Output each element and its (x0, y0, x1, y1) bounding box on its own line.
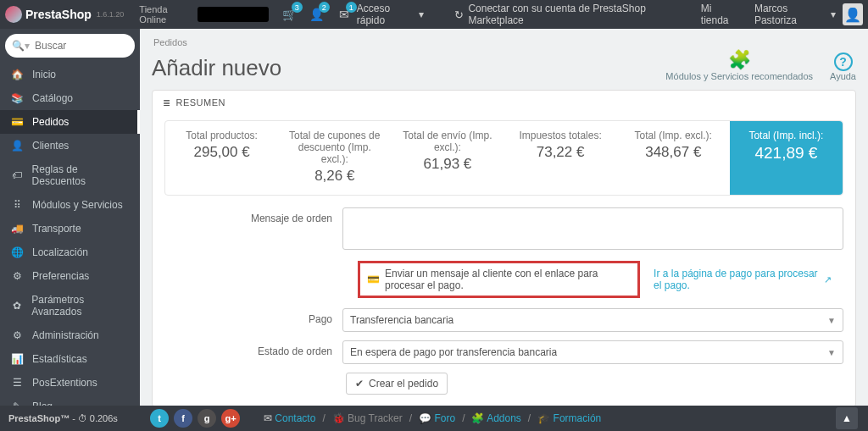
brand-version: 1.6.1.20 (97, 10, 125, 19)
sidebar-item-inicio[interactable]: 🏠Inicio (0, 63, 140, 86)
footer-brand: PrestaShop™ (8, 413, 70, 423)
avatar[interactable]: 👤 (843, 3, 863, 25)
mail-icon[interactable]: ✉1 (331, 0, 357, 29)
sidebar-item-reglas-de-descuentos[interactable]: 🏷Reglas de Descuentos (0, 157, 140, 193)
sidebar-item-cat-logo[interactable]: 📚Catálogo (0, 86, 140, 110)
menu-icon: 🏠 (10, 69, 24, 80)
content: Pedidos Añadir nuevo 🧩 Módulos y Servici… (140, 29, 868, 406)
cart-icon[interactable]: 🛒3 (277, 0, 303, 29)
menu-icon: 📚 (10, 92, 24, 104)
send-payment-link-button[interactable]: 💳 Enviar un mensaje al cliente con el en… (358, 261, 640, 298)
user-menu[interactable]: Marcos Pastoriza ▾ (754, 3, 836, 26)
shop-pill (198, 7, 268, 22)
addons-link[interactable]: 🧩 Addons (471, 412, 520, 424)
chevron-down-icon: ▼ (827, 316, 836, 325)
quick-access[interactable]: Acceso rápido ▾ (357, 3, 425, 26)
mail-badge: 1 (346, 2, 357, 13)
help-icon: ? (834, 52, 853, 71)
help-button[interactable]: ? Ayuda (830, 52, 856, 81)
training-link[interactable]: 🎓 Formación (537, 412, 601, 424)
menu-icon: ⚙ (10, 329, 24, 341)
panel-heading: ≣RESUMEN (153, 91, 855, 115)
sidebar-item-posextentions[interactable]: ☰PosExtentions (0, 371, 140, 395)
payment-select[interactable]: Transferencia bancaria▼ (342, 308, 843, 332)
list-icon: ≣ (163, 97, 171, 108)
users-badge: 2 (319, 2, 330, 13)
sidebar-item-label: Estadísticas (32, 353, 87, 365)
marketplace-link[interactable]: ↻Conectar con su cuenta de PrestaShop Ma… (454, 3, 685, 26)
order-status-select[interactable]: En espera de pago por transferencia banc… (342, 340, 843, 364)
facebook-icon[interactable]: f (174, 409, 192, 428)
sidebar-item-label: Reglas de Descuentos (32, 163, 131, 187)
contact-link[interactable]: ✉ Contacto (264, 412, 315, 424)
forum-link[interactable]: 💬 Foro (419, 412, 455, 424)
menu-icon: 📊 (10, 353, 24, 365)
gplus-icon[interactable]: g+ (221, 409, 240, 428)
chevron-down-icon: ▼ (827, 348, 836, 357)
sidebar-item-clientes[interactable]: 👤Clientes (0, 134, 140, 157)
sidebar-item-label: Localización (32, 246, 88, 258)
sidebar-item-label: Clientes (32, 140, 69, 152)
sidebar-item-preferencias[interactable]: ⚙Preferencias (0, 264, 140, 288)
chevron-down-icon: ▾ (831, 8, 836, 20)
brand-text: PrestaShop (25, 8, 92, 21)
summary-coupons: Total de cupones de descuento (Imp. excl… (278, 121, 391, 195)
summary-products: Total productos:295,00 € (165, 121, 278, 195)
sidebar: 🔍 ▾ 🏠Inicio📚Catálogo💳Pedidos👤Clientes🏷Re… (0, 29, 140, 406)
order-message-input[interactable] (342, 207, 843, 250)
bug-link[interactable]: 🐞 Bug Tracker (332, 412, 403, 424)
twitter-icon[interactable]: t (150, 409, 169, 428)
menu-icon: 💳 (10, 116, 24, 128)
sidebar-item-estad-sticas[interactable]: 📊Estadísticas (0, 347, 140, 371)
sidebar-item-label: Pedidos (32, 116, 69, 128)
menu-icon: 👤 (10, 140, 24, 152)
github-icon[interactable]: g (198, 409, 216, 428)
go-payment-page-link[interactable]: Ir a la página de pago para procesar el … (654, 268, 832, 291)
main-footer: t f g g+ ✉ Contacto / 🐞 Bug Tracker / 💬 … (140, 406, 868, 431)
sidebar-footer: PrestaShop™ - ⏱ 0.206s (0, 406, 140, 431)
search-icon: 🔍 (12, 40, 25, 52)
puzzle-icon: 🧩 (728, 49, 751, 71)
menu-icon: ⠿ (10, 199, 24, 211)
sidebar-item-label: Administración (32, 329, 99, 341)
nav-list: 🏠Inicio📚Catálogo💳Pedidos👤Clientes🏷Reglas… (0, 63, 140, 431)
users-icon[interactable]: 👤2 (304, 0, 330, 29)
sidebar-item-localizaci-n[interactable]: 🌐Localización (0, 240, 140, 264)
scroll-top-button[interactable]: ▲ (836, 407, 858, 429)
sidebar-item-par-metros-avanzados[interactable]: ✿Parámetros Avanzados (0, 288, 140, 323)
menu-icon: 🚚 (10, 223, 24, 235)
cart-badge: 3 (292, 2, 303, 13)
external-link-icon: ↗ (824, 274, 832, 285)
menu-icon: 🌐 (10, 246, 24, 258)
brand-logo[interactable]: PrestaShop 1.6.1.20 (5, 6, 124, 23)
sidebar-item-label: Transporte (32, 223, 81, 235)
sidebar-item-label: Módulos y Servicios (32, 199, 123, 211)
sidebar-item-label: Preferencias (32, 270, 89, 282)
sidebar-item-pedidos[interactable]: 💳Pedidos (0, 110, 140, 134)
sidebar-item-administraci-n[interactable]: ⚙Administración (0, 323, 140, 347)
logo-icon (5, 6, 22, 23)
chevron-down-icon: ▾ (419, 8, 424, 20)
topbar: PrestaShop 1.6.1.20 Tienda Online 🛒3 👤2 … (0, 0, 868, 29)
menu-icon: 🏷 (10, 169, 24, 181)
summary-total-incl: Total (Imp. incl.):421,89 € (730, 121, 843, 195)
menu-icon: ⚙ (10, 270, 24, 282)
sidebar-item-label: Parámetros Avanzados (31, 294, 131, 318)
refresh-icon: ↻ (454, 8, 464, 21)
summary-totals: Total productos:295,00 € Total de cupone… (164, 120, 843, 196)
search-box[interactable]: 🔍 ▾ (5, 34, 135, 58)
status-label: Estado de orden (164, 340, 342, 357)
menu-icon: ☰ (10, 377, 24, 389)
summary-panel: ≣RESUMEN Total productos:295,00 € Total … (152, 90, 856, 406)
summary-taxes: Impuestos totales:73,22 € (504, 121, 617, 195)
shop-name: Tienda Online (139, 4, 192, 25)
create-order-button[interactable]: ✔ Crear el pedido (346, 373, 448, 395)
summary-total-excl: Total (Imp. excl.):348,67 € (617, 121, 730, 195)
recommended-modules-button[interactable]: 🧩 Módulos y Servicios recomendados (665, 49, 813, 81)
menu-icon: ✿ (10, 300, 23, 312)
sidebar-item-label: PosExtentions (32, 377, 97, 389)
sidebar-item-m-dulos-y-servicios[interactable]: ⠿Módulos y Servicios (0, 193, 140, 217)
my-shop-link[interactable]: Mi tienda (701, 3, 739, 26)
sidebar-item-transporte[interactable]: 🚚Transporte (0, 217, 140, 240)
search-dropdown[interactable]: ▾ (25, 40, 30, 52)
